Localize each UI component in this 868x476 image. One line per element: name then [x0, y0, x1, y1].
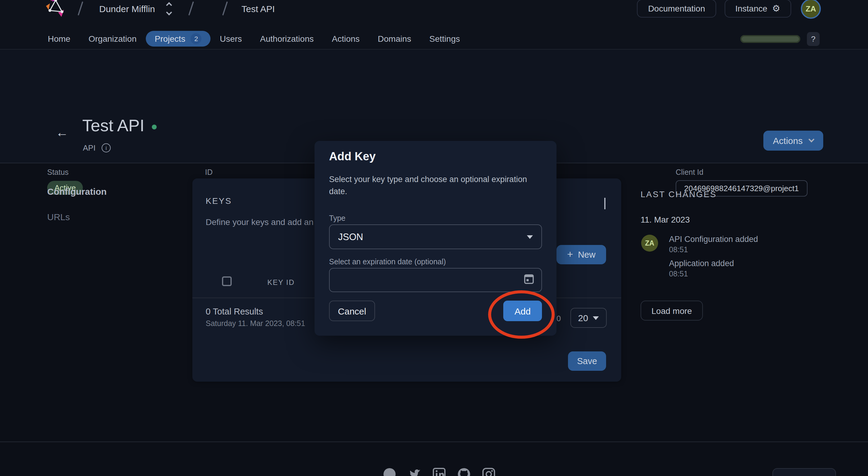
- tab-authorizations[interactable]: Authorizations: [251, 31, 323, 46]
- add-button[interactable]: Add: [503, 300, 542, 321]
- app-type-label: API: [83, 144, 96, 152]
- breadcrumb-app[interactable]: Test API: [242, 3, 275, 13]
- help-button[interactable]: ?: [807, 32, 819, 46]
- collapse-chevron-icon[interactable]: [604, 198, 606, 209]
- org-switcher-icon[interactable]: [167, 3, 172, 14]
- cancel-button[interactable]: Cancel: [329, 300, 375, 321]
- user-avatar[interactable]: ZA: [801, 0, 821, 19]
- page-size-value: 20: [578, 313, 588, 323]
- tab-users[interactable]: Users: [211, 31, 251, 46]
- event-time: 08:51: [669, 270, 688, 278]
- save-button[interactable]: Save: [568, 351, 606, 371]
- results-timestamp: Saturday 11. Mar 2023, 08:51: [206, 319, 305, 328]
- last-changes-title: LAST CHANGES: [641, 189, 717, 199]
- status-label: Status: [47, 168, 83, 177]
- twitter-icon[interactable]: [407, 467, 422, 476]
- total-results: 0 Total Results: [206, 307, 263, 316]
- key-type-select[interactable]: JSON: [329, 224, 542, 249]
- select-all-checkbox[interactable]: [222, 277, 232, 286]
- footer-divider: [0, 442, 868, 442]
- zitadel-logo[interactable]: [45, 0, 66, 21]
- footer-social-icons: [382, 467, 496, 476]
- new-key-button[interactable]: + New: [557, 245, 606, 264]
- tab-projects-label: Projects: [155, 34, 185, 43]
- column-header-key-id: KEY ID: [267, 278, 294, 287]
- globe-icon[interactable]: [382, 467, 397, 476]
- instagram-icon[interactable]: [482, 467, 496, 476]
- event-avatar: ZA: [641, 235, 658, 252]
- caret-down-icon: [593, 316, 599, 320]
- gear-icon: ⚙: [772, 3, 780, 14]
- last-changes-date: 11. Mar 2023: [641, 215, 690, 224]
- modal-description: Select your key type and choose an optio…: [329, 173, 545, 198]
- plus-icon: +: [567, 249, 573, 261]
- loading-skeleton-bar: [740, 35, 800, 43]
- breadcrumb-org[interactable]: Dunder Mifflin: [99, 3, 155, 13]
- keys-card-title: KEYS: [206, 196, 232, 205]
- info-icon[interactable]: i: [102, 144, 111, 152]
- actions-dropdown-button[interactable]: Actions: [763, 131, 823, 151]
- bottom-right-control[interactable]: [772, 468, 836, 476]
- expiration-date-input[interactable]: [329, 268, 542, 292]
- tab-settings[interactable]: Settings: [421, 31, 469, 46]
- instance-label: Instance: [735, 4, 767, 13]
- breadcrumb-separator: [188, 1, 194, 16]
- tab-domains[interactable]: Domains: [369, 31, 421, 46]
- app-root: Dunder Mifflin Test API Documentation In…: [0, 0, 868, 476]
- type-field-label: Type: [329, 214, 345, 223]
- tab-home[interactable]: Home: [39, 31, 80, 46]
- active-status-dot: [152, 125, 156, 129]
- breadcrumb-separator: [78, 1, 84, 16]
- event-title: Application added: [669, 259, 734, 268]
- tab-actions[interactable]: Actions: [323, 31, 369, 46]
- caret-down-icon: [527, 235, 533, 239]
- configuration-section-title: Configuration: [47, 186, 107, 197]
- documentation-label: Documentation: [648, 4, 705, 13]
- new-key-label: New: [578, 250, 595, 259]
- client-id-label: Client Id: [676, 168, 807, 177]
- back-arrow-icon[interactable]: ←: [56, 125, 68, 140]
- event-time: 08:51: [669, 246, 688, 254]
- event-title: API Configuration added: [669, 235, 758, 244]
- keys-card-description: Define your keys and add an o: [206, 217, 318, 227]
- tab-organization[interactable]: Organization: [80, 31, 146, 46]
- pagination-text: 0: [557, 314, 561, 323]
- linkedin-icon[interactable]: [432, 467, 446, 476]
- expiration-field-label: Select an expiration date (optional): [329, 258, 446, 266]
- page-title: Test API: [82, 116, 144, 135]
- instance-button[interactable]: Instance ⚙: [724, 0, 791, 18]
- github-icon[interactable]: [457, 467, 471, 476]
- key-type-value: JSON: [338, 231, 527, 242]
- modal-title: Add Key: [329, 150, 376, 163]
- id-label: ID: [205, 168, 293, 177]
- tab-projects[interactable]: Projects 2: [146, 31, 211, 46]
- projects-count-badge: 2: [191, 33, 202, 44]
- page-size-select[interactable]: 20: [570, 308, 607, 328]
- documentation-button[interactable]: Documentation: [637, 0, 716, 18]
- topbar: Dunder Mifflin Test API Documentation In…: [0, 0, 868, 28]
- calendar-icon[interactable]: [524, 274, 534, 287]
- main-nav: Home Organization Projects 2 Users Autho…: [0, 28, 868, 50]
- sidebar-item-urls[interactable]: URLs: [47, 212, 70, 222]
- add-key-modal: Add Key Select your key type and choose …: [314, 141, 557, 336]
- breadcrumb-separator: [222, 1, 228, 16]
- load-more-button[interactable]: Load more: [641, 300, 703, 321]
- actions-label: Actions: [773, 135, 803, 146]
